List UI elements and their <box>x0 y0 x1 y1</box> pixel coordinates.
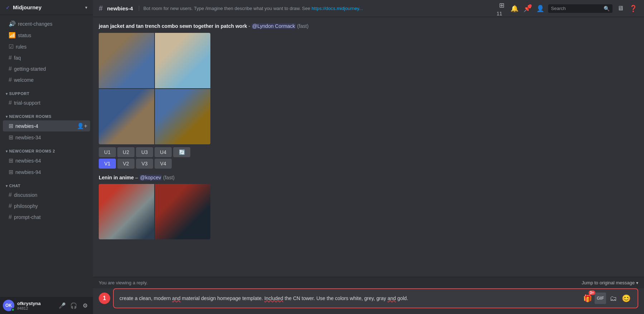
user-bar: OK ofkrystyna #4812 🎤 🎧 ⚙ <box>0 297 93 314</box>
microphone-icon[interactable]: 🎤 <box>57 300 67 310</box>
sidebar-item-welcome[interactable]: # welcome <box>3 75 90 85</box>
search-icon: 🔍 <box>604 6 610 11</box>
search-placeholder: Search <box>551 6 601 11</box>
notification-icon-wrap: 🎁 3+ <box>582 293 593 304</box>
gif-icon[interactable]: GIF <box>595 293 606 304</box>
checkmark-icon: ✓ <box>6 5 10 10</box>
u1-button[interactable]: U1 <box>99 147 116 157</box>
username: ofkrystyna <box>17 301 54 306</box>
section-newcomer-rooms-2: ▾ NEWCOMER ROOMS 2 <box>0 143 93 155</box>
mention-kopcev[interactable]: @kopcev <box>140 175 162 180</box>
user-tag: #4812 <box>17 306 54 310</box>
section-chevron-chat[interactable]: ▾ <box>6 184 8 188</box>
emoji-icon[interactable]: 😊 <box>620 293 632 304</box>
message-input-box[interactable]: create a clean, modern and material desi… <box>113 288 638 308</box>
u4-button[interactable]: U4 <box>155 147 172 157</box>
message-anime: Lenin in anime – @kopcev (fast) <box>99 174 638 240</box>
image-cell-fashion-2[interactable] <box>155 33 210 88</box>
chevron-down-icon: ▾ <box>85 5 87 10</box>
members-icon[interactable]: ⊞ <box>497 0 507 10</box>
hash-icon: # <box>9 55 12 61</box>
section-chevron-newcomer2[interactable]: ▾ <box>6 149 8 153</box>
section-chevron-support[interactable]: ▾ <box>6 92 8 96</box>
fast-tag-2: (fast) <box>163 175 175 180</box>
image-cell-fashion-1[interactable] <box>99 33 154 88</box>
image-cell-fashion-3[interactable] <box>99 89 154 144</box>
hash-grid-icon: ⊞ <box>9 134 13 141</box>
channel-hash-icon: # <box>99 4 103 13</box>
u2-button[interactable]: U2 <box>117 147 135 157</box>
v4-button[interactable]: V4 <box>155 159 172 169</box>
server-name: Midjourney <box>13 4 42 10</box>
u-buttons: U1 U2 U3 U4 🔄 <box>99 147 638 157</box>
settings-icon[interactable]: ⚙ <box>80 300 90 310</box>
sidebar-item-philosophy[interactable]: # philosophy <box>3 201 90 211</box>
hash-icon: # <box>9 203 12 209</box>
message-prompt-anime: Lenin in anime <box>99 175 134 180</box>
mention-lyndon[interactable]: @Lyndon Cormack <box>252 23 296 29</box>
jump-to-original-button[interactable]: Jump to original message ▾ <box>582 280 638 285</box>
sidebar-item-newbies-64[interactable]: ⊞ newbies-64 <box>3 155 90 166</box>
sidebar-item-newbies-4[interactable]: ⊞ newbies-4 👤+ <box>3 120 90 131</box>
hash-icon: # <box>9 66 12 72</box>
fast-tag-1: (fast) <box>297 23 309 29</box>
member-count: 11 <box>497 11 502 16</box>
message-fashion: jean jacket and tan trench combo sewn to… <box>99 23 638 169</box>
input-actions: 🎁 3+ GIF 🗂 😊 <box>582 293 632 304</box>
image-cell-fashion-4[interactable] <box>155 89 210 144</box>
v3-button[interactable]: V3 <box>136 159 153 169</box>
message-input-text[interactable]: create a clean, modern and material desi… <box>119 295 582 301</box>
server-header[interactable]: ✓ Midjourney ▾ <box>0 0 93 15</box>
add-member-icon[interactable]: 👤 <box>535 4 545 14</box>
section-newcomer-rooms: ▾ NEWCOMER ROOMS <box>0 109 93 120</box>
message-text-anime: Lenin in anime – @kopcev (fast) <box>99 174 638 181</box>
hash-grid-icon: ⊞ <box>9 123 13 129</box>
image-grid-fashion <box>99 33 210 144</box>
headset-icon[interactable]: 🎧 <box>69 300 79 310</box>
hash-grid-icon: ⊞ <box>9 169 13 175</box>
u3-button[interactable]: U3 <box>136 147 153 157</box>
sidebar-item-faq[interactable]: # faq <box>3 53 90 63</box>
section-chevron-newcomer[interactable]: ▾ <box>6 115 8 119</box>
jump-chevron-icon: ▾ <box>636 280 638 285</box>
messages-area: jean jacket and tan trench combo sewn to… <box>93 17 644 277</box>
sidebar-item-recent-changes[interactable]: 🔊 recent-changes <box>3 18 90 29</box>
user-status-indicator <box>11 308 15 311</box>
section-support: ▾ SUPPORT <box>0 86 93 97</box>
image-cell-anime-2[interactable] <box>155 184 210 239</box>
sidebar-item-discussion[interactable]: # discussion <box>3 190 90 200</box>
help-icon[interactable]: ❓ <box>628 4 638 14</box>
sidebar-item-status[interactable]: 📶 status <box>3 30 90 41</box>
hash-icon: # <box>9 100 12 106</box>
pin-icon[interactable]: 📌 <box>522 4 532 14</box>
sidebar-item-newbies-94[interactable]: ⊞ newbies-94 <box>3 166 90 178</box>
image-grid-anime <box>99 184 210 239</box>
notification-badge: 3+ <box>589 290 595 295</box>
sidebar-item-trial-support[interactable]: # trial-support <box>3 98 90 108</box>
user-info: ofkrystyna #4812 <box>17 301 54 310</box>
v1-button[interactable]: V1 <box>99 159 116 169</box>
signal-icon: 📶 <box>9 32 16 39</box>
sidebar-item-getting-started[interactable]: # getting-started <box>3 64 90 74</box>
sidebar-item-prompt-chat[interactable]: # prompt-chat <box>3 212 90 223</box>
message-text-fashion: jean jacket and tan trench combo sewn to… <box>99 23 638 30</box>
search-bar[interactable]: Search 🔍 <box>548 4 613 13</box>
notification-dot <box>529 4 532 7</box>
image-cell-anime-1[interactable] <box>99 184 154 239</box>
notification-bell-icon[interactable]: 🔔 <box>509 4 519 14</box>
docs-link[interactable]: https://docs.midjourney... <box>312 6 363 11</box>
sidebar-item-rules[interactable]: ☑ rules <box>3 41 90 52</box>
add-user-icon[interactable]: 👤+ <box>77 123 87 129</box>
input-area: 1 create a clean, modern and material de… <box>93 288 644 314</box>
sidebar: ✓ Midjourney ▾ 🔊 recent-changes 📶 status… <box>0 0 93 314</box>
channel-list: 🔊 recent-changes 📶 status ☑ rules # faq … <box>0 15 93 297</box>
refresh-button[interactable]: 🔄 <box>173 147 190 157</box>
sidebar-item-newbies-34[interactable]: ⊞ newbies-34 <box>3 132 90 143</box>
v2-button[interactable]: V2 <box>117 159 135 169</box>
section-chat: ▾ CHAT <box>0 178 93 189</box>
channel-description: Bot room for new users. Type /imagine th… <box>139 6 363 11</box>
sticker-icon[interactable]: 🗂 <box>608 293 619 304</box>
hash-grid-icon: ⊞ <box>9 157 13 164</box>
inbox-icon[interactable]: 🖥 <box>615 4 625 14</box>
hash-icon: # <box>9 77 12 83</box>
